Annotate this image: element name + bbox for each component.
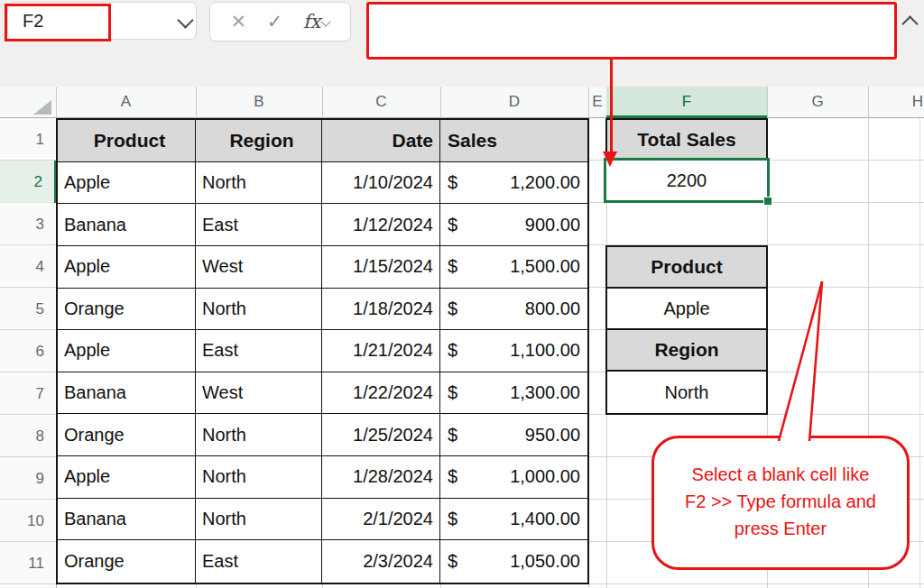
cell-sales[interactable]: $1,300.00 [440,372,587,415]
annotation-arrow-head [603,152,617,167]
selected-cell-f2[interactable]: 2200 [604,158,770,203]
row-header-3[interactable]: 3 [0,203,56,245]
cell-product-label[interactable]: Product [607,247,766,289]
cell-region[interactable]: West [196,372,322,415]
criteria-block: Product Apple Region North [605,245,768,415]
row-header-1[interactable]: 1 [0,118,56,161]
table-header-region[interactable]: Region [196,120,322,162]
cell-region[interactable]: North [196,456,322,499]
cell-product[interactable]: Apple [58,162,196,205]
row-header-10[interactable]: 10 [0,500,56,542]
sales-amount: 950.00 [525,425,580,446]
table-header-date[interactable]: Date [322,120,440,162]
cell-date[interactable]: 1/21/2024 [322,330,440,372]
cancel-button[interactable]: ✕ [231,11,247,32]
cell-sales[interactable]: $1,400.00 [440,499,587,541]
currency-symbol: $ [448,256,457,277]
sales-amount: 1,300.00 [510,382,580,403]
cell-product[interactable]: Orange [58,540,196,583]
cell-region-label[interactable]: Region [607,330,766,372]
sales-amount: 900.00 [525,215,580,235]
currency-symbol: $ [448,382,457,403]
cell-region[interactable]: West [196,246,322,289]
cell-region-value[interactable]: North [607,372,766,413]
cell-region[interactable]: East [196,204,322,246]
cell-sales[interactable]: $1,100.00 [440,330,587,372]
cell-region[interactable]: North [196,289,322,331]
column-header-a[interactable]: A [56,87,196,118]
currency-symbol: $ [448,425,457,446]
callout-line: press Enter [654,515,907,542]
annotation-arrow-line [610,60,613,153]
column-header-g[interactable]: G [767,87,868,118]
column-header-h[interactable]: H [868,87,924,118]
column-header-f[interactable]: F [606,87,767,118]
sheet: ABCDEFGH 1234567891011 ProductRegionDate… [0,87,924,588]
callout-line: Select a blank cell like [654,461,907,488]
column-header-c[interactable]: C [322,87,440,118]
cell-date[interactable]: 1/10/2024 [322,162,440,205]
cell-region[interactable]: North [196,414,322,456]
currency-symbol: $ [448,551,457,572]
formula-bar[interactable]: =SUMIFS(D2:D11, A2:A11, "Apple", B2:B11,… [366,2,897,60]
formula-toolbar: F2 ✕ ✓ fx =SUMIFS(D2:D11, A2:A11, "Apple… [0,0,924,87]
row-header-8[interactable]: 8 [0,415,56,457]
cell-product[interactable]: Apple [58,246,196,289]
cell-sales[interactable]: $1,500.00 [440,246,587,289]
window-edge [919,87,920,588]
cell-product[interactable]: Apple [58,456,196,499]
table-header-sales[interactable]: Sales [440,120,587,162]
sales-amount: 1,100.00 [510,340,580,361]
currency-symbol: $ [448,466,457,487]
name-box-value: F2 [23,3,43,39]
cell-product[interactable]: Orange [58,289,196,331]
chevron-down-icon[interactable] [177,12,193,28]
enter-button[interactable]: ✓ [267,11,283,32]
currency-symbol: $ [448,299,457,319]
insert-function-button[interactable]: fx [303,11,330,32]
cell-date[interactable]: 1/12/2024 [322,204,440,246]
cell-sales[interactable]: $1,000.00 [440,456,587,499]
cell-date[interactable]: 1/28/2024 [322,456,440,499]
currency-symbol: $ [448,340,457,361]
cell-product[interactable]: Banana [58,499,196,541]
row-header-5[interactable]: 5 [0,288,56,330]
row-header-7[interactable]: 7 [0,372,56,415]
cell-date[interactable]: 2/3/2024 [322,540,440,583]
data-table: ProductRegionDateSalesAppleNorth1/10/202… [56,118,589,584]
sales-amount: 1,400.00 [510,509,580,529]
name-box[interactable]: F2 [7,2,197,40]
cell-date[interactable]: 2/1/2024 [322,499,440,541]
row-header-9[interactable]: 9 [0,457,56,500]
column-header-d[interactable]: D [440,87,588,118]
row-header-4[interactable]: 4 [0,245,56,288]
cell-date[interactable]: 1/18/2024 [322,289,440,331]
fx-icon: fx [303,11,321,32]
cell-region[interactable]: North [196,162,322,205]
column-header-b[interactable]: B [196,87,322,118]
cell-sales[interactable]: $950.00 [440,414,587,456]
cell-product[interactable]: Banana [58,372,196,415]
row-header-11[interactable]: 11 [0,542,56,584]
column-header-e[interactable]: E [588,87,606,118]
cell-product[interactable]: Orange [58,414,196,456]
cell-date[interactable]: 1/22/2024 [322,372,440,415]
cell-product-value[interactable]: Apple [607,289,766,330]
cell-product[interactable]: Apple [58,330,196,372]
cell-date[interactable]: 1/25/2024 [322,414,440,456]
cell-sales[interactable]: $900.00 [440,204,587,246]
formula-bar-collapse-button[interactable] [901,15,918,32]
cell-total-sales-header[interactable]: Total Sales [605,118,768,161]
cell-date[interactable]: 1/15/2024 [322,246,440,289]
cell-sales[interactable]: $800.00 [440,289,587,331]
table-header-product[interactable]: Product [58,120,196,162]
cell-sales[interactable]: $1,200.00 [440,162,587,205]
row-header-2[interactable]: 2 [0,161,56,203]
cell-region[interactable]: East [196,540,322,583]
row-header-6[interactable]: 6 [0,330,56,372]
cell-sales[interactable]: $1,050.00 [440,540,587,583]
currency-symbol: $ [448,172,457,193]
cell-region[interactable]: North [196,499,322,541]
cell-region[interactable]: East [196,330,322,372]
cell-product[interactable]: Banana [58,204,196,246]
